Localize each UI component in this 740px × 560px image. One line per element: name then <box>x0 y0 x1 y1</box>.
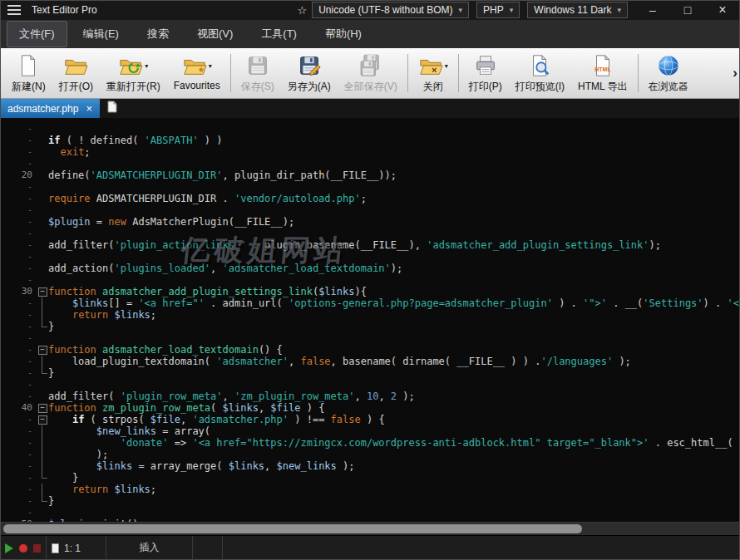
menu-item-tools[interactable]: 工具(T) <box>249 21 309 47</box>
menu-item-help[interactable]: 帮助(H) <box>313 21 374 47</box>
caret-position: 1: 1 <box>64 543 81 554</box>
encoding-select[interactable]: Unicode (UTF-8 without BOM) ▾ <box>312 2 469 18</box>
toolbar-button-label: 另存为(A) <box>288 80 331 94</box>
toolbar-button-html-export[interactable]: HTMLHTML 导出 <box>571 50 634 96</box>
toolbar-separator <box>458 54 459 92</box>
fold-column <box>37 274 48 286</box>
tab-new-document[interactable] <box>100 99 125 118</box>
fold-column <box>37 123 48 135</box>
new-file-icon <box>16 53 41 78</box>
line-number: - <box>0 297 37 309</box>
code-text <box>48 158 740 169</box>
toolbar-button-new[interactable]: 新建(N) <box>5 50 52 96</box>
menu-item-search[interactable]: 搜索 <box>135 21 181 47</box>
code-text: return $links; <box>48 309 740 321</box>
chevron-down-icon[interactable]: ▾ <box>145 62 148 70</box>
fold-toggle-icon[interactable] <box>37 414 48 425</box>
maximize-button[interactable]: □ <box>670 0 705 20</box>
status-bar: 1: 1 插入 <box>0 535 740 560</box>
code-text: add_filter('plugin_action_links_' . plug… <box>48 239 740 251</box>
toolbar-button-save-as[interactable]: 另存为(A) <box>281 50 338 96</box>
line-number: - <box>0 239 37 251</box>
toolbar-button-label: 打开(O) <box>59 80 93 94</box>
toolbar-button-view-in-browser[interactable]: 在浏览器 <box>642 50 695 96</box>
toolbar-button-close-file[interactable]: ×▾关闭 <box>412 50 455 96</box>
app-window: Text Editor Pro ☆ Unicode (UTF-8 without… <box>0 0 740 560</box>
chevron-down-icon[interactable]: ▾ <box>445 62 448 70</box>
line-number: - <box>0 263 37 274</box>
scrollbar-thumb[interactable] <box>3 524 582 533</box>
fold-column <box>37 507 48 518</box>
toolbar-button-save: 保存(S) <box>234 50 281 96</box>
code-text: $new_links = array( <box>48 425 740 437</box>
tab-adsmatcher-php[interactable]: adsmatcher.php × <box>0 99 100 118</box>
code-line: - <box>0 181 740 193</box>
star-icon[interactable]: ☆ <box>298 4 308 17</box>
save-as-icon <box>297 53 322 78</box>
menu-item-edit[interactable]: 编辑(E) <box>71 21 131 47</box>
toolbar-button-open[interactable]: 打开(O) <box>52 50 100 96</box>
fold-column <box>37 309 48 321</box>
code-text: $links[] = '<a href="' . admin_url( 'opt… <box>48 297 740 309</box>
fold-column <box>37 332 48 344</box>
hamburger-menu-icon[interactable] <box>0 0 28 20</box>
line-number: - <box>0 135 37 146</box>
statusbar-run-section <box>0 536 47 560</box>
menu-item-view[interactable]: 视图(V) <box>185 21 245 47</box>
code-text <box>48 379 740 391</box>
code-line: -if ( ! defined( 'ABSPATH' ) ) <box>0 135 740 146</box>
stop-icon[interactable] <box>33 544 42 553</box>
fold-column <box>37 495 48 507</box>
code-text: exit; <box>48 146 740 158</box>
record-icon[interactable] <box>19 544 27 553</box>
horizontal-scrollbar[interactable] <box>0 522 740 535</box>
fold-toggle-icon[interactable] <box>37 402 48 414</box>
line-number: - <box>0 204 37 216</box>
code-editor[interactable]: --if ( ! defined( 'ABSPATH' ) )- exit;-2… <box>0 118 740 522</box>
chevron-down-icon[interactable]: ▾ <box>209 62 212 70</box>
fold-column <box>37 391 48 402</box>
language-value: PHP <box>483 4 504 16</box>
print-icon <box>473 53 498 78</box>
toolbar-button-reopen[interactable]: ▾重新打开(R) <box>100 50 167 96</box>
toolbar-button-label: 在浏览器 <box>649 80 688 94</box>
code-line: - return $links; <box>0 484 740 495</box>
svg-text:HTML: HTML <box>594 66 611 72</box>
encoding-value: Unicode (UTF-8 without BOM) <box>318 4 452 16</box>
toolbar-button-print-preview[interactable]: 打印预览(I) <box>509 50 571 96</box>
theme-value: Windows 11 Dark <box>534 4 611 16</box>
menu-item-file[interactable]: 文件(F) <box>7 21 67 47</box>
code-text: require ADSMATCHERPLUGIN_DIR . 'vendor/a… <box>48 193 740 204</box>
save-icon <box>245 53 270 78</box>
language-select[interactable]: PHP ▾ <box>476 2 520 18</box>
fold-column <box>37 239 48 251</box>
chevron-down-icon: ▾ <box>510 6 514 14</box>
fold-column <box>37 379 48 391</box>
toolbar-separator <box>407 54 408 92</box>
close-tab-icon[interactable]: × <box>86 103 92 114</box>
toolbar-button-label: Favourites <box>174 80 220 91</box>
fold-column <box>37 356 48 367</box>
code-line: 20define('ADSMATCHERPLUGIN_DIR', plugin_… <box>0 169 740 181</box>
code-text: add_filter( 'plugin_row_meta', 'zm_plugi… <box>48 391 740 402</box>
fold-toggle-icon[interactable] <box>37 286 48 297</box>
close-button[interactable]: × <box>705 0 740 20</box>
code-text: return $links; <box>48 484 740 495</box>
insert-mode-indicator: 插入 <box>106 536 193 560</box>
fold-column <box>37 425 48 437</box>
browser-icon <box>656 53 681 78</box>
toolbar-button-print[interactable]: 打印(P) <box>462 50 509 96</box>
code-text: add_action('plugins_loaded', 'adsmatcher… <box>48 263 740 274</box>
code-line: - <box>0 332 740 344</box>
line-number: - <box>0 146 37 158</box>
toolbar-button-favourites[interactable]: ★▾Favourites <box>167 50 227 96</box>
code-text: ); <box>48 449 740 460</box>
code-lines: --if ( ! defined( 'ABSPATH' ) )- exit;-2… <box>0 123 740 522</box>
title-bar: Text Editor Pro ☆ Unicode (UTF-8 without… <box>0 0 740 20</box>
theme-select[interactable]: Windows 11 Dark ▾ <box>527 2 628 18</box>
run-play-icon[interactable] <box>5 543 13 553</box>
toolbar-overflow-icon[interactable]: › <box>733 65 738 81</box>
minimize-button[interactable]: – <box>635 0 670 20</box>
line-number: - <box>0 181 37 193</box>
fold-toggle-icon[interactable] <box>37 344 48 356</box>
